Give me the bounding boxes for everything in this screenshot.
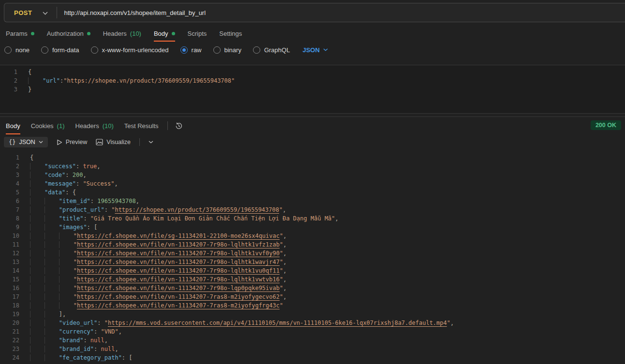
response-tab-body[interactable]: Body (6, 117, 20, 134)
tab-settings[interactable]: Settings (219, 25, 242, 42)
code-token: , (114, 180, 118, 187)
visualize-button[interactable]: Visualize (96, 139, 131, 146)
code-token: , (283, 285, 286, 291)
bodytype-form-data[interactable]: form-data (41, 46, 79, 54)
code-token: "brand_id" (59, 346, 94, 352)
code-token: " (74, 241, 77, 248)
indent-guide (45, 346, 59, 352)
code-token: 200 (73, 172, 83, 178)
method-selector[interactable]: POST (4, 9, 32, 16)
indent-guide (45, 206, 59, 213)
code-token: "fe_category_path" (59, 354, 122, 361)
preview-label: Preview (66, 139, 87, 146)
code-line: 20 "video_url": "https://mms.vod.suserco… (0, 319, 625, 327)
line-content: "brand": null, (19, 336, 108, 345)
preview-button[interactable]: Preview (57, 139, 87, 146)
response-tab-cookies[interactable]: Cookies(1) (31, 117, 65, 134)
tab-params[interactable]: Params (6, 25, 34, 42)
url-link[interactable]: https://cf.shopee.vn/file/vn-11134207-7r… (77, 293, 280, 300)
line-number: 17 (0, 292, 19, 301)
request-body-editor[interactable]: 1{2 "url":"https://shopee.vn/product/376… (0, 65, 625, 114)
chevron-down-icon[interactable] (43, 12, 48, 15)
url-link[interactable]: https://cf.shopee.vn/file/vn-11134207-7r… (77, 285, 280, 291)
code-token: , (83, 172, 86, 178)
tab-body[interactable]: Body (154, 25, 175, 42)
url-link[interactable]: https://cf.shopee.vn/file/vn-11134207-7r… (77, 302, 280, 309)
url-link[interactable]: https://cf.shopee.vn/file/vn-11134207-7r… (77, 241, 280, 248)
indent-guide (45, 311, 59, 318)
response-toolbar: {} JSON Preview Visualize (0, 134, 625, 150)
radio-icon (4, 46, 12, 54)
url-link[interactable]: https://cf.shopee.vn/file/vn-11134207-7r… (77, 276, 280, 283)
line-content: "https://cf.shopee.vn/file/vn-11134207-7… (19, 301, 283, 310)
indent-guide (45, 250, 59, 257)
radio-label: GraphQL (264, 46, 290, 54)
chevron-down-icon (323, 48, 328, 51)
tab-headers[interactable]: Headers(10) (103, 25, 141, 42)
chevron-down-icon[interactable] (149, 141, 153, 144)
indent-guide (45, 276, 59, 283)
code-token: "item_id" (59, 198, 90, 204)
indent-guide (30, 302, 45, 309)
url-link[interactable]: https://cf.shopee.vn/file/sg-11134201-22… (77, 233, 280, 239)
bodytype-raw[interactable]: raw (180, 46, 202, 54)
code-token: : (94, 346, 101, 352)
indent-guide (45, 293, 59, 300)
code-token: { (28, 69, 31, 75)
divider (139, 138, 140, 146)
code-token: "video_url" (59, 320, 97, 326)
indent-guide (30, 198, 45, 204)
code-token: [ (129, 354, 132, 361)
url-link[interactable]: https://cf.shopee.vn/file/vn-11134207-7r… (77, 259, 280, 265)
code-token: "Giá Treo Quần Áo Kim Loại Đơn Giản Chắc… (90, 215, 335, 222)
response-tab-headers[interactable]: Headers(10) (75, 117, 114, 134)
indent-guide (59, 302, 74, 309)
url-link[interactable]: https://mms.vod.susercontent.com/api/v4/… (108, 320, 447, 326)
code-token: , (283, 267, 286, 274)
code-line: 1{ (0, 153, 625, 162)
code-token: , (115, 346, 118, 352)
indent-guide (30, 241, 45, 248)
url-link[interactable]: https://shopee.vn/product/376609559/1965… (115, 206, 279, 213)
line-content: "https://cf.shopee.vn/file/sg-11134201-2… (19, 232, 286, 240)
bodytype-graphql[interactable]: GraphQL (253, 46, 290, 54)
line-number: 2 (0, 162, 19, 171)
indent-guide (45, 259, 59, 265)
code-token: "Success" (83, 180, 114, 187)
tab-label: Headers (75, 122, 99, 130)
response-format-button[interactable]: {} JSON (4, 137, 48, 147)
code-token: } (28, 86, 31, 93)
code-token: : (87, 224, 94, 231)
history-icon[interactable] (175, 122, 183, 130)
url-link[interactable]: https://cf.shopee.vn/file/vn-11134207-7r… (77, 250, 280, 257)
raw-language-select[interactable]: JSON (302, 46, 327, 54)
radio-icon (213, 46, 221, 54)
code-token: " (104, 320, 108, 326)
response-body-viewer[interactable]: 1{2 "success": true,3 "code": 200,4 "mes… (0, 150, 625, 362)
line-number: 18 (0, 301, 19, 310)
visualize-label: Visualize (106, 139, 131, 146)
indent-guide (45, 337, 59, 344)
url-field[interactable]: http://api.noxapi.com/v1/shopee/item_det… (64, 9, 206, 16)
radio-icon (180, 46, 188, 54)
code-line: 7 "product_url": "https://shopee.vn/prod… (0, 205, 625, 214)
code-token: , (283, 259, 286, 265)
line-number: 24 (0, 353, 19, 362)
url-link[interactable]: https://cf.shopee.vn/file/vn-11134207-7r… (77, 267, 280, 274)
tab-label: Settings (219, 30, 242, 37)
indent-guide (30, 180, 45, 187)
code-token: : (97, 320, 104, 326)
code-line: 19 ], (0, 310, 625, 319)
code-token: "images" (59, 224, 87, 231)
tab-scripts[interactable]: Scripts (188, 25, 207, 42)
code-line: 5 "data": { (0, 188, 625, 197)
bodytype-none[interactable]: none (4, 46, 30, 54)
bodytype-x-www-form-urlencoded[interactable]: x-www-form-urlencoded (91, 46, 169, 54)
bodytype-binary[interactable]: binary (213, 46, 241, 54)
indent-guide (59, 285, 74, 291)
response-tab-test-results[interactable]: Test Results (124, 117, 159, 134)
line-content: "data": { (19, 188, 76, 197)
indent-guide (30, 337, 45, 344)
code-token: " (74, 285, 77, 291)
tab-authorization[interactable]: Authorization (47, 25, 90, 42)
